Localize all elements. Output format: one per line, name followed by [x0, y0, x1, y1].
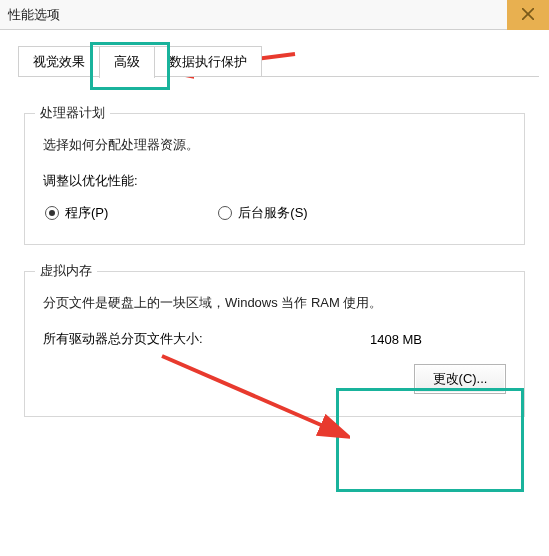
radio-background-services[interactable]: 后台服务(S) [218, 204, 307, 222]
titlebar: 性能选项 [0, 0, 549, 30]
group-virtual-memory: 虚拟内存 分页文件是硬盘上的一块区域，Windows 当作 RAM 使用。 所有… [24, 271, 525, 417]
vm-button-row: 更改(C)... [43, 364, 506, 394]
tab-advanced[interactable]: 高级 [99, 46, 155, 78]
vm-total-label: 所有驱动器总分页文件大小: [43, 330, 356, 348]
vm-desc: 分页文件是硬盘上的一块区域，Windows 当作 RAM 使用。 [43, 294, 506, 312]
group-vm-title: 虚拟内存 [35, 262, 97, 280]
tab-row: 视觉效果 高级 数据执行保护 [0, 30, 549, 77]
tab-content: 处理器计划 选择如何分配处理器资源。 调整以优化性能: 程序(P) 后台服务(S… [0, 77, 549, 427]
window-title: 性能选项 [8, 6, 60, 24]
group-processor-title: 处理器计划 [35, 104, 110, 122]
close-button[interactable] [507, 0, 549, 30]
vm-total-value: 1408 MB [356, 332, 506, 347]
group-processor: 处理器计划 选择如何分配处理器资源。 调整以优化性能: 程序(P) 后台服务(S… [24, 113, 525, 245]
radio-dot-icon [218, 206, 232, 220]
tab-visual-effects[interactable]: 视觉效果 [18, 46, 100, 77]
radio-programs-label: 程序(P) [65, 204, 108, 222]
radio-services-label: 后台服务(S) [238, 204, 307, 222]
change-button[interactable]: 更改(C)... [414, 364, 506, 394]
radio-programs[interactable]: 程序(P) [45, 204, 108, 222]
radio-row: 程序(P) 后台服务(S) [43, 204, 506, 222]
tab-dep[interactable]: 数据执行保护 [154, 46, 262, 77]
tab-divider [18, 76, 539, 77]
adjust-label: 调整以优化性能: [43, 172, 506, 190]
processor-desc: 选择如何分配处理器资源。 [43, 136, 506, 154]
vm-total-row: 所有驱动器总分页文件大小: 1408 MB [43, 330, 506, 348]
close-icon [522, 8, 534, 23]
radio-dot-icon [45, 206, 59, 220]
